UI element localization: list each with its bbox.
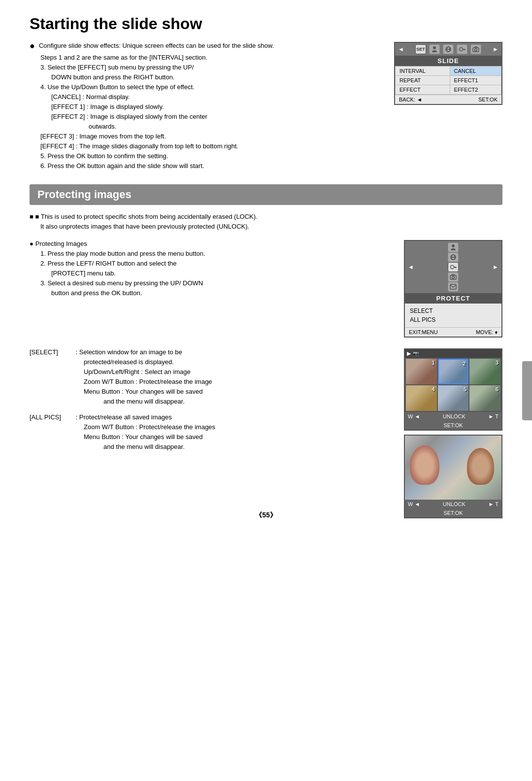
arrow-left-icon2: ◄ (408, 264, 414, 271)
bullet-dot-1: ● (30, 41, 35, 51)
grid-unlock-label: UNLOCK (443, 413, 466, 419)
protect-intro2: It also unprotects images that have been… (40, 223, 502, 230)
grid-w-label: W ◄ (408, 413, 420, 419)
allpics-desc3: Menu Button : Your changes will be saved (84, 433, 325, 441)
grid-t-label: ► T (489, 413, 499, 419)
effect1-desc: [EFFECT 1] : Image is displayed slowly. (51, 103, 325, 110)
slide-menu-table: INTERVAL CANCEL REPEAT EFFECT1 EFFECT EF… (395, 66, 501, 95)
allpics-line: [ALL PICS] : Protect/release all saved i… (30, 413, 325, 421)
protect-text-col: ● Protecting Images 1. Press the play mo… (30, 240, 325, 297)
protect-menu-body: SELECT ALL PICS (405, 304, 501, 327)
move-label: MOVE: ♦ (476, 329, 498, 335)
globe-icon (443, 44, 454, 54)
preview-w-label: W ◄ (408, 501, 420, 507)
table-row: INTERVAL CANCEL (396, 67, 501, 76)
step3-text: 3. Select the [EFFECT] sub menu by press… (40, 64, 325, 71)
cell-num-5: 5 (464, 386, 466, 392)
protect-step3: 3. Select a desired sub menu by pressing… (40, 279, 325, 287)
slideshow-section: ● Configure slide show effects: Unique s… (30, 42, 502, 170)
select-desc6: and the menu will disappear. (103, 398, 325, 405)
person-icon2 (448, 242, 459, 252)
slide-menu-title: SLIDE (395, 56, 501, 66)
arrow-right-icon2: ► (493, 264, 499, 271)
cell-num-6: 6 (496, 386, 499, 392)
cell-num-1: 1 (432, 360, 435, 366)
table-row: EFFECT EFFECT2 (396, 85, 501, 95)
protect-menu-title: PROTECT (405, 293, 501, 304)
svg-point-14 (451, 266, 454, 269)
grid-cell-5: 5 (438, 385, 469, 411)
setok-label: SET:OK (478, 97, 498, 102)
effect3-desc: [EFFECT 3] : Image moves from the top le… (40, 133, 325, 140)
step5-text: 5. Press the OK button to confirm the se… (40, 152, 325, 160)
select-desc2: protected/released is displayed. (84, 358, 325, 366)
set-icon: SET (415, 44, 426, 54)
svg-rect-20 (450, 284, 456, 289)
arrow-right-icon: ► (493, 46, 499, 53)
select-line: [SELECT] : Selection window for an image… (30, 348, 325, 356)
effect2-cell: EFFECT2 (450, 85, 501, 95)
select-desc1: : Selection window for an image to be (76, 348, 182, 356)
protecting-images-bullet: ● Protecting Images (30, 240, 325, 247)
protect-grid: 1 2 3 4 5 6 (405, 358, 501, 412)
protect-step3b: button and press the OK button. (51, 289, 325, 297)
camera-icon2 (448, 272, 459, 282)
grid-cell-3: 3 (469, 359, 500, 384)
slide-menu-footer: BACK: ◄ SET:OK (395, 95, 501, 104)
back-label: BACK: ◄ (399, 97, 422, 102)
protect-preview-box: W ◄ UNLOCK ► T SET:OK (404, 435, 502, 518)
effect4-desc: [EFFECT 4] : The image slides diagonally… (40, 142, 325, 150)
preview-setok-label: SET:OK (443, 510, 463, 516)
repeat-cell: REPEAT (396, 76, 450, 85)
select-desc5: Menu Button : Your changes will be saved (84, 388, 325, 395)
camera-icon (470, 44, 481, 54)
effect2b-text: outwards. (89, 123, 325, 130)
protect-menu-footer: EXIT:MENU MOVE: ♦ (405, 327, 501, 337)
play-icon: ▶ (407, 350, 411, 357)
grid-cell-2: 2 (438, 359, 469, 384)
allpics-desc1: : Protect/release all saved images (76, 413, 172, 421)
protect-step2b: [PROTECT] menu tab. (51, 270, 325, 277)
protect-desc-text: [SELECT] : Selection window for an image… (30, 348, 325, 450)
right-sidebar-tab (522, 361, 532, 420)
globe-icon2 (448, 252, 459, 262)
protect-step2: 2. Press the LEFT/ RIGHT button and sele… (40, 260, 325, 267)
page-title: Starting the slide show (30, 15, 502, 33)
slideshow-text-col: ● Configure slide show effects: Unique s… (30, 42, 325, 170)
key-icon2 (448, 262, 459, 272)
black-square-icon: ■ (30, 213, 35, 220)
protect-preview-footer: W ◄ UNLOCK ► T (405, 500, 501, 509)
svg-point-19 (452, 276, 455, 279)
protect-image-top: ▶ 📷 (405, 349, 501, 358)
bullet-configure: ● Configure slide show effects: Unique s… (30, 42, 325, 51)
interval-cell: INTERVAL (396, 67, 450, 76)
steps-note: Steps 1 and 2 are the same as for the [I… (40, 54, 325, 61)
protect-image-grid-box: ▶ 📷 1 2 3 4 5 (404, 348, 502, 431)
svg-point-4 (460, 48, 463, 51)
effect1-cell: EFFECT1 (450, 76, 501, 85)
protect-menu-box: ◄ ► PROTECT SEL (404, 240, 502, 338)
grid-cell-1: 1 (406, 359, 437, 384)
grid-cell-4: 4 (406, 385, 437, 411)
protect-status-icon: 📷 (413, 351, 419, 356)
protect-menu-icons: ◄ ► (405, 241, 501, 293)
select-desc3: Up/Down/Left/Right : Select an image (84, 368, 325, 375)
allpics-desc2: Zoom W/T Button : Protect/release the im… (84, 423, 325, 431)
allpics-desc4: and the menu will disappear. (103, 443, 325, 450)
bullet-dot-2: ● (30, 240, 33, 247)
exit-menu-label: EXIT:MENU (409, 329, 438, 335)
select-desc4: Zoom W/T Button : Protect/release the im… (84, 378, 325, 385)
cancel-cell: CANCEL (450, 67, 501, 76)
preview-unlock-label: UNLOCK (443, 501, 466, 507)
protect-steps-section: ● Protecting Images 1. Press the play mo… (30, 240, 502, 339)
protect-image-footer2: SET:OK (405, 421, 501, 430)
protect-preview-img (405, 436, 501, 500)
protect-image-footer: W ◄ UNLOCK ► T (405, 412, 501, 421)
select-item: SELECT (410, 306, 497, 315)
arrow-left-icon: ◄ (398, 46, 404, 53)
step6-text: 6. Press the OK button again and the sli… (40, 162, 325, 170)
svg-point-9 (475, 49, 477, 51)
protect-step1: 1. Press the play mode button and press … (40, 250, 325, 257)
effect-cell: EFFECT (396, 85, 450, 95)
svg-point-0 (433, 46, 436, 49)
